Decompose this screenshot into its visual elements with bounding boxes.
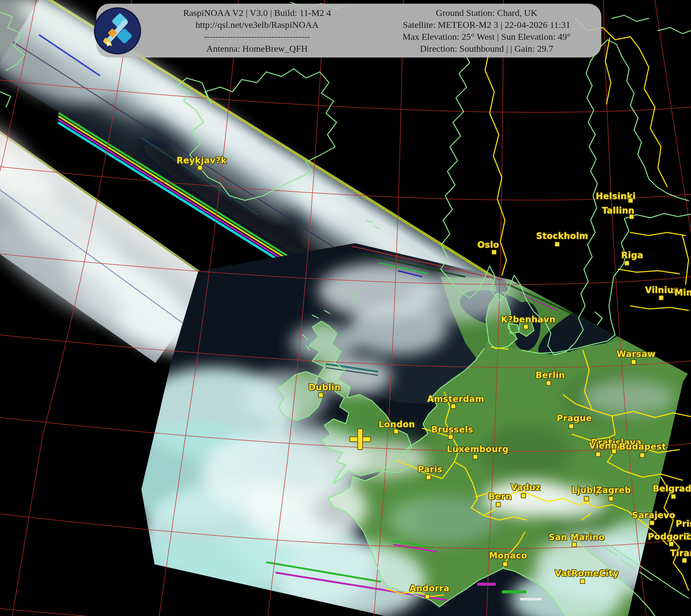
banner-divider: ------------------------------------ (142, 30, 372, 43)
banner-url: http://qsl.net/ve3elb/RaspiNOAA (142, 19, 372, 30)
map-canvas (0, 0, 691, 616)
banner-elevation: Max Elevation: 25° West | Sun Elevation:… (372, 30, 601, 43)
banner-right-column: Ground Station: Chard, UK Satellite: MET… (372, 7, 601, 54)
banner-direction-gain: Direction: Southbound | | Gain: 29.7 (372, 43, 601, 54)
satellite-composite-view: RaspiNOAA V2 | V3.0 | Build: 11-M2 4 htt… (0, 0, 691, 616)
banner-antenna: Antenna: HomeBrew_QFH (142, 43, 372, 54)
info-banner: RaspiNOAA V2 | V3.0 | Build: 11-M2 4 htt… (96, 4, 601, 58)
banner-ground-station: Ground Station: Chard, UK (372, 7, 601, 19)
raspinoaa-logo-icon (93, 7, 142, 55)
banner-left-column: RaspiNOAA V2 | V3.0 | Build: 11-M2 4 htt… (142, 7, 372, 54)
banner-satellite-pass: Satellite: METEOR-M2 3 | 22-04-2026 11:3… (372, 19, 601, 30)
banner-app-title: RaspiNOAA V2 | V3.0 | Build: 11-M2 4 (142, 7, 372, 19)
